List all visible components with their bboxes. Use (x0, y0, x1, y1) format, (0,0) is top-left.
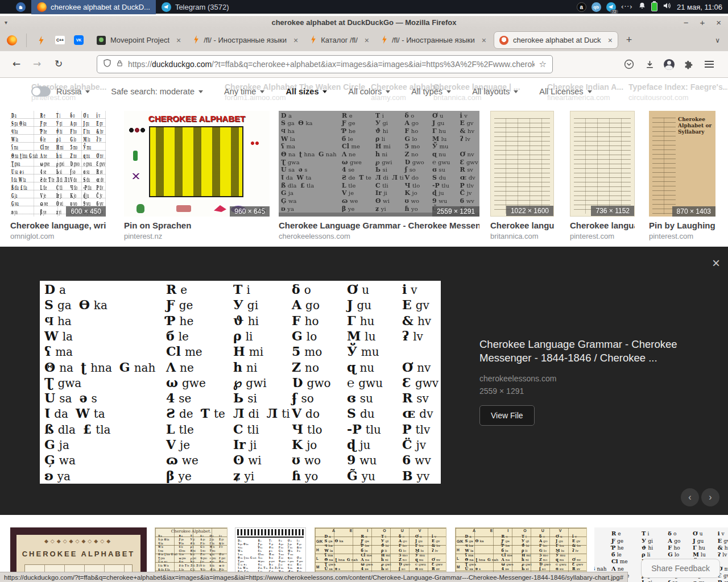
syllabary-glyph: Ʈ (44, 375, 53, 390)
bookmark-star-icon[interactable]: ☆ (539, 59, 547, 69)
region-filter[interactable]: Russia (31, 86, 90, 97)
tab-active[interactable]: cherokee alphabet at Duck× (494, 31, 618, 49)
close-preview-icon[interactable]: × (712, 257, 720, 269)
tab-item[interactable]: Movepoint Project× (92, 31, 186, 49)
clock[interactable]: 21 мая, 11:06 (677, 3, 722, 11)
result-title[interactable]: Cherokee languag... (490, 221, 554, 230)
network-icon[interactable]: ‹··› (621, 3, 633, 11)
image-result[interactable]: DaReTiδoƠuivSgaƟkaƑgeУgiAgoJguEgvϤhaƤheϑ… (279, 111, 479, 240)
result-title[interactable]: Pin by Laughing R... (649, 221, 715, 230)
result-thumbnail[interactable]: DaReTiδoƠuivSgaƟkaƑgeУgiAgoJguEgvϤhaƤheϑ… (279, 111, 479, 217)
image-result[interactable]: 736 × 1152Cherokee languag...pinterest.c… (570, 111, 635, 240)
back-button[interactable]: ← (13, 58, 20, 69)
reload-button[interactable]: ↻ (55, 58, 63, 69)
close-tab-icon[interactable]: × (608, 36, 613, 45)
pinned-tab-lightning[interactable] (36, 35, 46, 45)
tab-label: Каталог /fl/ (321, 36, 358, 44)
app-launcher[interactable] (0, 0, 31, 14)
url-input[interactable]: https://duckduckgo.com/?t=ffab&q=cheroke… (128, 60, 535, 69)
tracking-shield-icon[interactable] (103, 59, 111, 70)
previous-image-button[interactable]: ‹ (681, 488, 699, 506)
syllabary-romanization: u (290, 539, 291, 542)
filter-dropdown[interactable]: Safe search: moderate (111, 87, 203, 96)
result-thumbnail[interactable]: 1022 × 1600 (490, 111, 554, 217)
result-title[interactable]: Pin on Sprachen (124, 221, 270, 230)
result-thumbnail[interactable]: CHEROKEE ALPHABET960 × 645 (124, 111, 270, 217)
cherokee-syllabary-chart: DaReTiδoƠuivSgaƟkaƑgeУgiAgoJguEgvϤhaƤheϑ… (40, 281, 441, 484)
syllabary-glyph: б (166, 329, 175, 343)
tab-item[interactable]: Каталог /fl/× (305, 31, 374, 49)
syllabary-cell: Ago (668, 537, 684, 544)
share-feedback-button[interactable]: Share Feedback (641, 559, 720, 578)
preview-image[interactable]: DaReTiδoƠuivSgaƟkaƑgeУgiAgoJguEgvϤhaƤheϑ… (40, 281, 441, 484)
menu-hamburger-icon[interactable] (702, 57, 716, 71)
tab-item[interactable]: /fl/ - Иностранные языки× (377, 31, 491, 49)
filter-dropdown[interactable]: All layouts (472, 87, 518, 96)
account-icon[interactable] (662, 57, 676, 71)
filter-dropdown[interactable]: Any time (224, 87, 264, 96)
syllabary-glyph: G (119, 360, 130, 375)
filter-dropdown[interactable]: All types (411, 87, 451, 96)
syllabary-romanization: wv (415, 454, 431, 467)
result-title[interactable]: Cherokee language, writing ... (10, 221, 106, 230)
syllabary-romanization: nv (299, 556, 301, 559)
downloads-icon[interactable] (643, 57, 656, 71)
volume-icon[interactable] (663, 2, 672, 12)
taskbar-window-telegram[interactable]: Telegram (3572) (156, 0, 235, 14)
result-thumbnail[interactable]: 736 × 1152 (570, 111, 635, 217)
next-image-button[interactable]: › (701, 488, 719, 506)
image-result[interactable]: Cherokee Alphabet or Syllabary870 × 1403… (649, 111, 715, 240)
tray-app-a-icon[interactable]: a (577, 2, 586, 12)
image-result[interactable]: DaReTiδoƠuivSgaƟkaƑgeУgiAgoJguEgvϤhaƤheϑ… (10, 111, 106, 240)
pinned-tab-vk[interactable]: VK (74, 35, 84, 45)
syllabary-glyph: ω (258, 559, 260, 563)
image-result[interactable]: CHEROKEE ALPHABET960 × 645Pin on Sprache… (124, 111, 270, 240)
pinned-tab-firefox[interactable] (7, 35, 17, 45)
forward-button[interactable]: → (33, 58, 41, 69)
close-tab-icon[interactable]: × (293, 36, 298, 45)
preview-title[interactable]: Cherokee Language Grammar - Cherokee Mes… (479, 338, 685, 365)
new-tab-button[interactable]: + (619, 34, 639, 46)
close-tab-icon[interactable]: × (365, 36, 369, 45)
close-window-button[interactable]: × (716, 18, 721, 27)
tab-item[interactable]: /fl/ - Иностранные языки× (188, 31, 303, 49)
url-bar[interactable]: https://duckduckgo.com/?t=ffab&q=cheroke… (97, 55, 553, 73)
syllabary-glyph: У (269, 542, 271, 546)
syllabary-glyph: J (347, 297, 353, 312)
bird-illustration (214, 205, 226, 212)
notifications-bell-icon[interactable] (638, 2, 646, 12)
taskbar-window-firefox[interactable]: cherokee alphabet at DuckD... (31, 0, 156, 14)
result-title[interactable]: Cherokee Language Grammar - Cherokee Mes… (279, 221, 479, 230)
result-thumbnail[interactable]: Cherokee Alphabet or Syllabary870 × 1403 (649, 111, 715, 217)
pinned-tab-cpp[interactable]: C++ (55, 36, 65, 44)
filter-dropdown[interactable]: All sizes (286, 87, 327, 96)
image-result[interactable]: 1022 × 1600Cherokee languag...britannica… (490, 111, 554, 240)
lock-icon[interactable] (116, 59, 123, 70)
result-title[interactable]: Cherokee languag... (570, 221, 635, 230)
region-toggle[interactable] (31, 86, 51, 97)
syllabary-romanization: wi (248, 454, 262, 467)
image-size-badge: 2559 × 1291 (432, 206, 479, 217)
tray-telegram-icon[interactable]: 72 (606, 2, 616, 12)
result-domain: britannica.com (490, 232, 554, 240)
result-thumbnail[interactable]: DaReTiδoƠuivSgaƟkaƑgeУgiAgoJguEgvϤhaƤheϑ… (10, 111, 106, 217)
filter-dropdown[interactable]: All colors (348, 87, 390, 96)
lightning-icon (193, 35, 199, 45)
close-tab-icon[interactable]: × (176, 36, 181, 45)
pocket-icon[interactable] (622, 57, 636, 71)
syllabary-cell: iv (402, 282, 425, 298)
syllabary-romanization: na (241, 556, 243, 559)
region-label[interactable]: Russia (56, 87, 90, 96)
syllabary-cell: Ti (233, 282, 258, 298)
view-file-button[interactable]: View File (479, 405, 535, 426)
battery-icon[interactable] (651, 2, 657, 11)
close-tab-icon[interactable]: × (482, 36, 486, 45)
qbittorrent-icon[interactable]: qb (592, 2, 601, 12)
syllabary-romanization: s (91, 392, 97, 405)
list-all-tabs-button[interactable]: ∨ (715, 36, 720, 44)
extensions-puzzle-icon[interactable] (682, 57, 696, 71)
minimize-button[interactable]: − (684, 18, 689, 27)
syllabary-glyph: £ (83, 422, 92, 436)
filter-dropdown[interactable]: All Licenses (539, 87, 592, 96)
maximize-button[interactable]: + (700, 18, 705, 27)
